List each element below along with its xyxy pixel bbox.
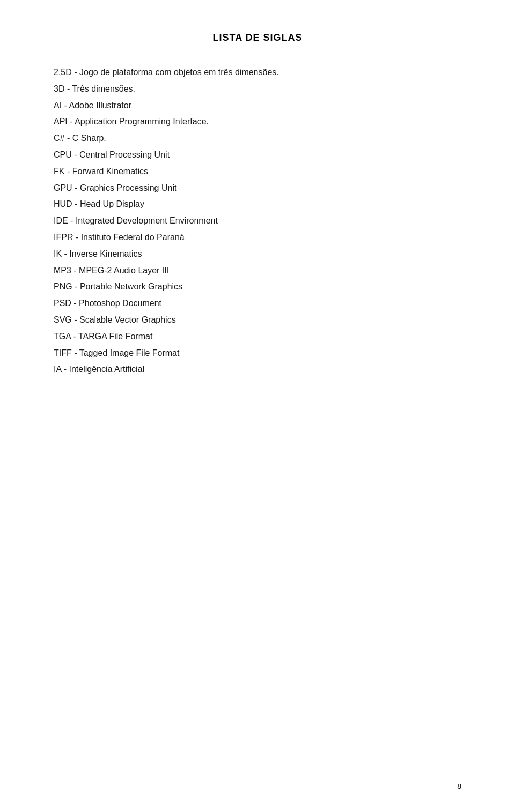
list-item: PSD - Photoshop Document: [54, 296, 461, 311]
page-title: LISTA DE SIGLAS: [54, 32, 461, 43]
list-item: HUD - Head Up Display: [54, 197, 461, 212]
list-item: IK - Inverse Kinematics: [54, 247, 461, 262]
list-item: GPU - Graphics Processing Unit: [54, 181, 461, 196]
list-item: MP3 - MPEG-2 Audio Layer III: [54, 263, 461, 279]
list-item: PNG - Portable Network Graphics: [54, 279, 461, 295]
list-item: TGA - TARGA File Format: [54, 329, 461, 345]
list-item: C# - C Sharp.: [54, 131, 461, 146]
list-item: IA - Inteligência Artificial: [54, 362, 461, 377]
list-item: TIFF - Tagged Image File Format: [54, 346, 461, 361]
list-item: 2.5D - Jogo de plataforma com objetos em…: [54, 65, 461, 80]
page: LISTA DE SIGLAS 2.5D - Jogo de plataform…: [0, 0, 515, 812]
list-item: AI - Adobe Illustrator: [54, 98, 461, 114]
list-item: CPU - Central Processing Unit: [54, 147, 461, 163]
page-number: 8: [457, 782, 461, 791]
list-item: SVG - Scalable Vector Graphics: [54, 312, 461, 328]
list-item: IFPR - Instituto Federal do Paraná: [54, 230, 461, 245]
list-item: IDE - Integrated Development Environment: [54, 213, 461, 229]
list-item: API - Application Programming Interface.: [54, 114, 461, 130]
siglas-list: 2.5D - Jogo de plataforma com objetos em…: [54, 65, 461, 377]
list-item: FK - Forward Kinematics: [54, 164, 461, 180]
list-item: 3D - Três dimensões.: [54, 81, 461, 97]
